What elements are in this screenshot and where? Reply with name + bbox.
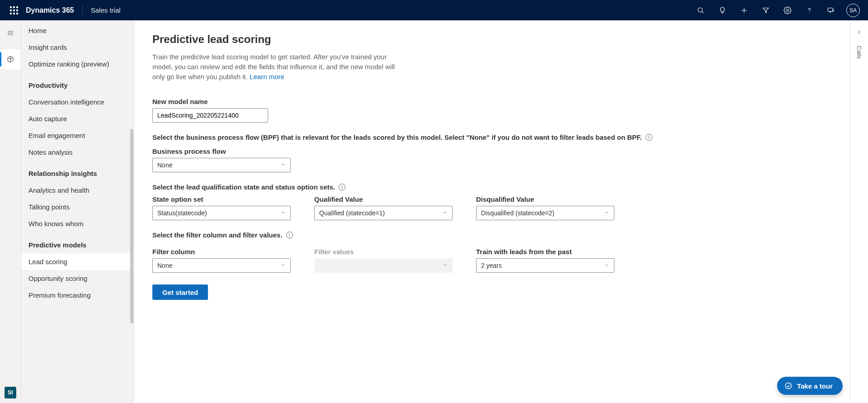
disqualified-value-value: Disqualified (statecode=2) [481,209,554,217]
state-option-label: State option set [152,195,291,203]
bpf-select[interactable]: None [152,158,291,172]
svg-rect-6 [828,8,833,11]
nav-item[interactable]: Insight cards [21,39,134,56]
chevron-down-icon [280,209,286,217]
hamburger-icon [6,29,14,37]
filter-button[interactable] [755,0,777,20]
state-option-select[interactable]: Status(statecode) [152,206,291,220]
disqualified-value-label: Disqualified Value [476,195,614,203]
chevron-down-icon [442,209,448,217]
take-tour-label: Take a tour [797,382,833,390]
chevron-left-icon [856,29,863,35]
environment-name[interactable]: Sales trial [85,6,121,14]
nav-item[interactable]: Talking points [21,199,134,215]
content-area: Predictive lead scoring Train the predic… [134,20,850,403]
bpf-label: Business process flow [152,147,832,155]
nav-item[interactable]: Analytics and health [21,182,134,199]
qualified-value-select[interactable]: Qualified (statecode=1) [314,206,453,220]
svg-point-0 [698,8,703,12]
bpf-select-value: None [157,161,172,169]
nav-group: Relationship insights [21,161,134,182]
filter-instruction: Select the filter column and filter valu… [152,231,832,239]
chevron-down-icon [604,209,609,217]
bpf-instruction: Select the business process flow (BPF) t… [152,133,832,141]
settings-button[interactable] [777,0,798,20]
cube-icon [6,55,14,63]
nav-item[interactable]: Home [21,22,134,39]
add-button[interactable] [733,0,755,20]
expand-panel-button[interactable] [852,25,867,39]
nav-item[interactable]: Lead scoring [21,253,134,270]
avatar-initials: SA [849,7,857,14]
qualified-value-label: Qualified Value [314,195,453,203]
plus-icon [740,6,748,14]
nav-item[interactable]: Who knows whom [21,215,134,232]
chevron-down-icon [442,262,448,269]
waffle-icon [10,6,18,14]
brand-name[interactable]: Dynamics 365 [24,6,80,14]
user-avatar[interactable]: SA [846,4,860,17]
svg-line-1 [702,11,703,13]
nav-group: Predictive models [21,232,134,253]
filter-column-label: Filter column [152,248,291,256]
si-badge[interactable]: SI [5,387,16,398]
state-option-value: Status(statecode) [157,209,207,217]
state-instruction: Select the lead qualification state and … [152,183,832,191]
rail-menu-button[interactable] [0,23,21,43]
get-started-button[interactable]: Get started [152,284,208,300]
chat-button[interactable] [820,0,842,20]
page-title: Predictive lead scoring [152,33,832,46]
chevron-down-icon [604,262,609,269]
right-collapsed-panel: Calls [850,20,868,403]
info-icon[interactable]: i [646,134,652,141]
rail-insights-button[interactable] [0,49,21,69]
nav-item[interactable]: Conversation intelligence [21,94,134,110]
info-icon[interactable]: i [339,184,345,190]
disqualified-value-select[interactable]: Disqualified (statecode=2) [476,206,614,220]
svg-point-5 [809,12,809,12]
nav-item[interactable]: Premium forecasting [21,287,134,303]
nav-item[interactable]: Notes analysis [21,144,134,161]
filter-values-label: Filter values [314,248,453,256]
take-tour-fab[interactable]: Take a tour [777,377,843,395]
train-period-value: 2 years [481,262,502,269]
svg-point-10 [785,383,792,389]
nav-group: Productivity [21,72,134,94]
assistant-button[interactable] [712,0,733,20]
train-period-select[interactable]: 2 years [476,258,614,273]
filter-column-value: None [157,262,172,269]
filter-column-select[interactable]: None [152,258,291,273]
right-panel-tab-calls[interactable]: Calls [856,46,863,59]
chevron-down-icon [280,161,286,169]
chat-icon [827,6,835,14]
global-topbar: Dynamics 365 Sales trial SA [0,0,868,20]
checkmark-circle-icon [784,382,793,390]
help-icon [805,6,813,14]
lightbulb-icon [718,6,726,14]
chevron-down-icon [280,262,286,269]
info-icon[interactable]: i [286,232,293,238]
nav-item[interactable]: Email engagement [21,127,134,144]
learn-more-link[interactable]: Learn more [250,73,284,81]
funnel-icon [762,6,770,14]
nav-item[interactable]: Optimize ranking (preview) [21,56,134,72]
sidenav-scrollbar[interactable] [130,129,133,323]
nav-item[interactable]: Opportunity scoring [21,270,134,287]
search-icon [697,6,705,14]
filter-values-select [314,258,453,273]
app-rail: SI [0,20,21,403]
app-launcher-button[interactable] [4,0,24,20]
sidebar-nav: HomeInsight cardsOptimize ranking (previ… [21,20,134,403]
new-model-name-input[interactable] [152,108,268,123]
search-button[interactable] [690,0,712,20]
qualified-value-value: Qualified (statecode=1) [319,209,385,217]
help-button[interactable] [798,0,820,20]
svg-point-4 [787,9,789,11]
page-description: Train the predictive lead scoring model … [152,52,406,81]
new-model-name-label: New model name [152,98,832,105]
gear-icon [783,6,792,14]
topbar-divider [82,5,83,15]
nav-item[interactable]: Auto capture [21,110,134,127]
train-period-label: Train with leads from the past [476,248,614,256]
